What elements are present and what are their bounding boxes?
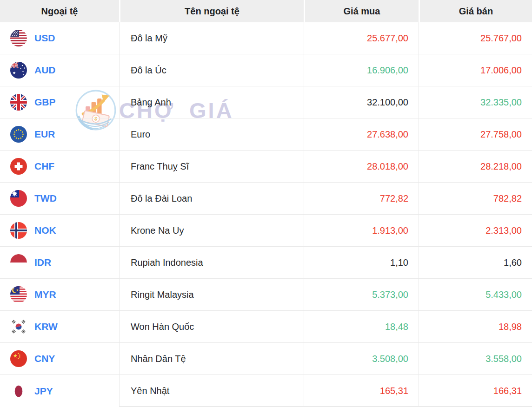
currency-name: Rupiah Indonesia (131, 257, 203, 268)
no-flag-icon (10, 222, 27, 239)
sell-price: 1,60 (504, 257, 522, 268)
sell-price: 28.218,00 (480, 161, 522, 172)
currency-cell: IDR (0, 247, 119, 278)
sell-price-cell: 5.433,00 (419, 279, 532, 310)
currency-row: CHF Franc Thuỵ Sĩ 28.018,00 28.218,00 (0, 151, 532, 183)
sell-price-cell: 3.558,00 (419, 343, 532, 374)
currency-code-link[interactable]: GBP (34, 97, 56, 108)
sell-price-cell: 25.767,00 (419, 22, 532, 54)
currency-name-cell: Krone Na Uy (119, 215, 304, 246)
currency-name: Franc Thuỵ Sĩ (131, 161, 189, 172)
buy-price-cell: 18,48 (304, 311, 419, 342)
currency-cell: GBP (0, 86, 119, 118)
sell-price-cell: 27.758,00 (419, 118, 532, 150)
buy-price-cell: 1,10 (304, 247, 419, 278)
currency-row: TWD Đô la Đài Loan 772,82 782,82 (0, 183, 532, 215)
currency-row: CNY Nhân Dân Tệ 3.508,00 3.558,00 (0, 343, 532, 375)
currency-cell: KRW (0, 311, 119, 342)
currency-name-cell: Yên Nhật (119, 375, 304, 407)
buy-price-cell: 3.508,00 (304, 343, 419, 374)
sell-price: 27.758,00 (480, 129, 522, 140)
buy-price: 165,31 (380, 386, 408, 396)
currency-name: Bảng Anh (131, 97, 171, 108)
buy-price-cell: 1.913,00 (304, 215, 419, 246)
currency-code-link[interactable]: NOK (34, 225, 56, 236)
au-flag-icon (10, 62, 27, 79)
column-header-currency: Ngoại tệ (0, 0, 119, 22)
currency-code-link[interactable]: EUR (34, 129, 55, 140)
currency-name: Yên Nhật (131, 386, 169, 396)
currency-code-link[interactable]: JPY (34, 386, 53, 397)
buy-price-cell: 16.906,00 (304, 54, 419, 86)
currency-code-link[interactable]: USD (34, 33, 55, 44)
sell-price: 782,82 (493, 193, 522, 204)
currency-cell: CNY (0, 343, 119, 374)
currency-cell: AUD (0, 54, 119, 86)
column-header-buy-price: Giá mua (304, 0, 419, 22)
currency-code-link[interactable]: AUD (34, 65, 56, 76)
sell-price-cell: 166,31 (419, 375, 532, 407)
buy-price: 25.677,00 (367, 33, 408, 44)
currency-cell: MYR (0, 279, 119, 310)
sell-price: 17.006,00 (480, 65, 522, 76)
sell-price: 5.433,00 (485, 289, 522, 300)
currency-row: USD Đô la Mỹ 25.677,00 25.767,00 (0, 22, 532, 54)
sell-price: 25.767,00 (480, 33, 522, 44)
currency-row: AUD Đô la Úc 16.906,00 17.006,00 (0, 54, 532, 86)
buy-price-cell: 772,82 (304, 183, 419, 214)
currency-row: JPY Yên Nhật 165,31 166,31 (0, 375, 532, 407)
currency-cell: USD (0, 22, 119, 54)
rates-body: USD Đô la Mỹ 25.677,00 25.767,00 AUD Đô … (0, 22, 532, 407)
id-flag-icon (10, 254, 27, 271)
buy-price: 3.508,00 (372, 354, 408, 364)
currency-cell: EUR (0, 118, 119, 150)
us-flag-icon (10, 30, 27, 46)
currency-code-link[interactable]: KRW (34, 321, 58, 332)
buy-price: 1.913,00 (372, 225, 408, 236)
currency-name: Đô la Mỹ (131, 33, 167, 44)
sell-price-cell: 782,82 (419, 183, 532, 214)
sell-price: 166,31 (493, 386, 522, 396)
kr-flag-icon (10, 318, 27, 335)
currency-name-cell: Rupiah Indonesia (119, 247, 304, 278)
ch-flag-icon (10, 158, 27, 175)
cn-flag-icon (10, 350, 27, 367)
currency-name-cell: Bảng Anh (119, 86, 304, 118)
currency-name: Krone Na Uy (131, 225, 184, 236)
buy-price: 18,48 (385, 322, 408, 332)
currency-name-cell: Euro (119, 118, 304, 150)
my-flag-icon (10, 286, 27, 303)
column-header-sell-price: Giá bán (419, 0, 532, 22)
sell-price: 32.335,00 (480, 97, 522, 108)
jp-flag-icon (10, 383, 27, 400)
currency-code-link[interactable]: IDR (34, 257, 51, 268)
currency-name-cell: Franc Thuỵ Sĩ (119, 151, 304, 182)
currency-row: NOK Krone Na Uy 1.913,00 2.313,00 (0, 215, 532, 247)
exchange-rate-table: Ngoại tệ Tên ngoại tệ Giá mua Giá bán $ … (0, 0, 532, 407)
currency-row: KRW Won Hàn Quốc 18,48 18,98 (0, 311, 532, 343)
buy-price-cell: 27.638,00 (304, 118, 419, 150)
currency-row: IDR Rupiah Indonesia 1,10 1,60 (0, 247, 532, 279)
buy-price: 16.906,00 (367, 65, 408, 76)
sell-price-cell: 2.313,00 (419, 215, 532, 246)
sell-price: 3.558,00 (485, 354, 522, 364)
currency-code-link[interactable]: CNY (34, 353, 55, 364)
sell-price-cell: 28.218,00 (419, 151, 532, 182)
currency-name: Won Hàn Quốc (131, 322, 194, 332)
currency-name: Ringit Malaysia (131, 289, 194, 300)
eu-flag-icon (10, 126, 27, 143)
currency-code-link[interactable]: CHF (34, 161, 54, 172)
currency-name-cell: Đô la Mỹ (119, 22, 304, 54)
currency-code-link[interactable]: TWD (34, 193, 57, 204)
table-header: Ngoại tệ Tên ngoại tệ Giá mua Giá bán (0, 0, 532, 22)
currency-name: Đô la Đài Loan (131, 193, 192, 204)
currency-name-cell: Won Hàn Quốc (119, 311, 304, 342)
currency-name: Đô la Úc (131, 65, 166, 76)
currency-name-cell: Đô la Đài Loan (119, 183, 304, 214)
currency-name-cell: Ringit Malaysia (119, 279, 304, 310)
sell-price-cell: 1,60 (419, 247, 532, 278)
currency-cell: TWD (0, 183, 119, 214)
currency-code-link[interactable]: MYR (34, 289, 56, 300)
column-header-currency-name: Tên ngoại tệ (119, 0, 304, 22)
buy-price-cell: 25.677,00 (304, 22, 419, 54)
